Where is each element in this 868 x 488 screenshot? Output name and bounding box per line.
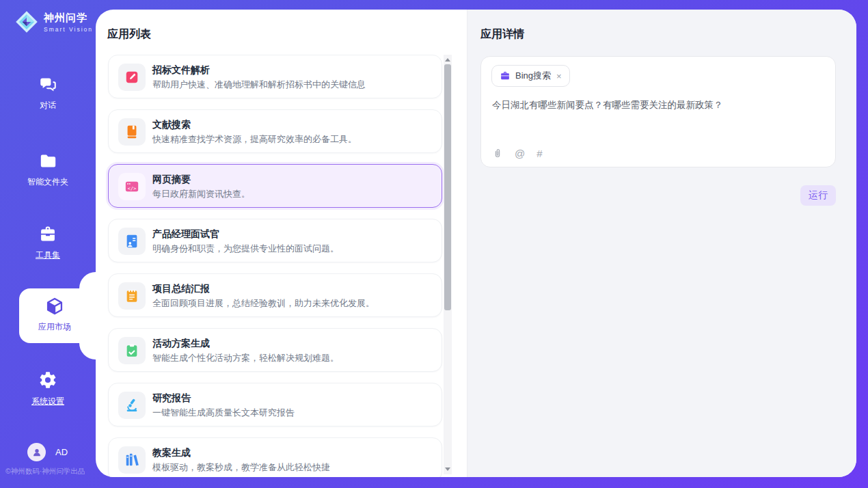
- tool-tag-label: Bing搜索: [515, 70, 551, 82]
- prompt-card: Bing搜索 × 今日湖北有哪些新闻要点？有哪些需要关注的最新政策？ @ #: [480, 56, 836, 167]
- scroll-down-icon[interactable]: [445, 467, 450, 471]
- app-icon-tile: [118, 64, 146, 91]
- app-icon-tile: [118, 392, 146, 419]
- brand-name: 神州问学: [44, 12, 93, 25]
- app-card-research-report[interactable]: 研究报告 一键智能生成高质量长文本研究报告: [108, 383, 442, 426]
- scroll-up-icon[interactable]: [445, 58, 450, 62]
- app-icon-tile: [118, 228, 146, 255]
- app-desc: 每日政府新闻资讯快查。: [152, 188, 250, 200]
- main-panel: 应用列表 招标文件解析 帮助用户快速、准确地理解和解析招标书中的关键信息 文献搜…: [96, 10, 856, 477]
- app-icon-tile: [118, 282, 146, 310]
- web-code-icon: </>: [124, 179, 139, 194]
- sidebar-item-label: 系统设置: [0, 396, 96, 407]
- paperclip-icon[interactable]: [492, 148, 503, 159]
- sidebar-item-settings[interactable]: 系统设置: [0, 370, 96, 407]
- app-name: 网页摘要: [152, 174, 191, 186]
- folder-icon: [39, 152, 57, 170]
- sidebar-item-label: 智能文件夹: [0, 176, 96, 188]
- books-icon: [124, 452, 139, 467]
- at-mention-icon[interactable]: @: [515, 148, 525, 159]
- microscope-icon: [124, 398, 139, 413]
- sidebar-item-label: 应用市场: [27, 321, 82, 333]
- app-list-title: 应用列表: [107, 27, 151, 42]
- app-card-pm-interviewer[interactable]: 产品经理面试官 明确身份和职责，为您提供专业性的面试问题。: [108, 219, 442, 262]
- app-card-event-plan[interactable]: 活动方案生成 智能生成个性化活动方案，轻松解决规划难题。: [108, 328, 442, 372]
- app-icon-tile: </>: [118, 173, 146, 200]
- close-icon[interactable]: ×: [556, 72, 562, 81]
- app-desc: 一键智能生成高质量长文本研究报告: [152, 407, 295, 419]
- app-desc: 帮助用户快速、准确地理解和解析招标书中的关键信息: [152, 79, 366, 91]
- person-icon: [31, 447, 42, 458]
- sidebar-item-toolset[interactable]: 工具集: [0, 224, 96, 261]
- app-desc: 智能生成个性化活动方案，轻松解决规划难题。: [152, 352, 339, 364]
- hash-tag-icon[interactable]: #: [537, 148, 542, 159]
- app-card-lesson-plan[interactable]: 教案生成 模板驱动，教案秒成，教学准备从此轻松快捷: [108, 437, 442, 477]
- app-detail-section: 应用详情 Bing搜索 × 今日湖北有哪些新闻要点？有哪些需要关注的最新政策？ …: [467, 10, 856, 477]
- notepad-icon: [124, 288, 139, 303]
- app-icon-tile: [118, 118, 146, 146]
- app-card-tender-parse[interactable]: 招标文件解析 帮助用户快速、准确地理解和解析招标书中的关键信息: [108, 55, 442, 98]
- tab-fillet-bottom: [79, 343, 96, 360]
- user-initials: AD: [55, 447, 68, 457]
- app-card-web-summary[interactable]: </> 网页摘要 每日政府新闻资讯快查。: [108, 164, 442, 208]
- toolbox-icon: [38, 224, 57, 243]
- brand-logo: 神州问学 Smart Vision: [14, 9, 93, 35]
- sidebar-item-label: 对话: [0, 100, 96, 111]
- app-icon-tile: [118, 446, 146, 474]
- brand-diamond-icon: [14, 9, 40, 35]
- gear-icon: [38, 370, 57, 390]
- briefcase-icon: [500, 70, 511, 81]
- tab-fillet-top: [79, 272, 96, 288]
- avatar: [27, 443, 46, 461]
- sidebar-item-smart-folder[interactable]: 智能文件夹: [0, 152, 96, 188]
- sidebar-item-app-market[interactable]: 应用市场: [19, 288, 96, 343]
- tool-tag-bing-search: Bing搜索 ×: [491, 65, 570, 87]
- cube-icon: [45, 297, 64, 316]
- app-name: 教案生成: [152, 447, 191, 459]
- app-name: 项目总结汇报: [152, 283, 210, 295]
- sidebar: 神州问学 Smart Vision 对话 智能文件夹 工具集: [0, 0, 96, 488]
- book-icon: [124, 124, 139, 139]
- copyright-text: ©神州数码·神州问学出品: [5, 467, 85, 476]
- user-menu[interactable]: AD: [27, 443, 68, 461]
- app-name: 产品经理面试官: [152, 228, 219, 241]
- app-detail-title: 应用详情: [480, 27, 524, 42]
- svg-text:</>: </>: [128, 186, 136, 191]
- scrollbar-thumb[interactable]: [444, 64, 451, 310]
- sidebar-item-label: 工具集: [0, 249, 96, 261]
- doc-edit-icon: [124, 70, 139, 85]
- app-name: 活动方案生成: [152, 338, 210, 350]
- app-card-literature-search[interactable]: 文献搜索 快速精准查找学术资源，提高研究效率的必备工具。: [108, 109, 442, 153]
- app-desc: 快速精准查找学术资源，提高研究效率的必备工具。: [152, 133, 357, 146]
- run-button[interactable]: 运行: [800, 185, 836, 206]
- clipboard-check-icon: [124, 343, 139, 358]
- app-name: 招标文件解析: [152, 64, 210, 77]
- app-desc: 模板驱动，教案秒成，教学准备从此轻松快捷: [152, 461, 330, 474]
- app-desc: 明确身份和职责，为您提供专业性的面试问题。: [152, 243, 339, 255]
- resume-icon: [124, 234, 139, 249]
- app-card-project-summary[interactable]: 项目总结汇报 全面回顾项目进展，总结经验教训，助力未来优化发展。: [108, 273, 442, 317]
- app-list-scrollbar[interactable]: [444, 55, 452, 474]
- attachment-toolbar: @ #: [492, 148, 543, 159]
- chat-icon: [39, 75, 57, 94]
- prompt-input[interactable]: 今日湖北有哪些新闻要点？有哪些需要关注的最新政策？: [492, 99, 820, 111]
- sidebar-item-chat[interactable]: 对话: [0, 75, 96, 111]
- app-desc: 全面回顾项目进展，总结经验教训，助力未来优化发展。: [152, 297, 375, 310]
- brand-subtitle: Smart Vision: [44, 26, 93, 33]
- app-icon-tile: [118, 337, 146, 364]
- app-name: 研究报告: [152, 392, 191, 405]
- app-name: 文献搜索: [152, 119, 191, 131]
